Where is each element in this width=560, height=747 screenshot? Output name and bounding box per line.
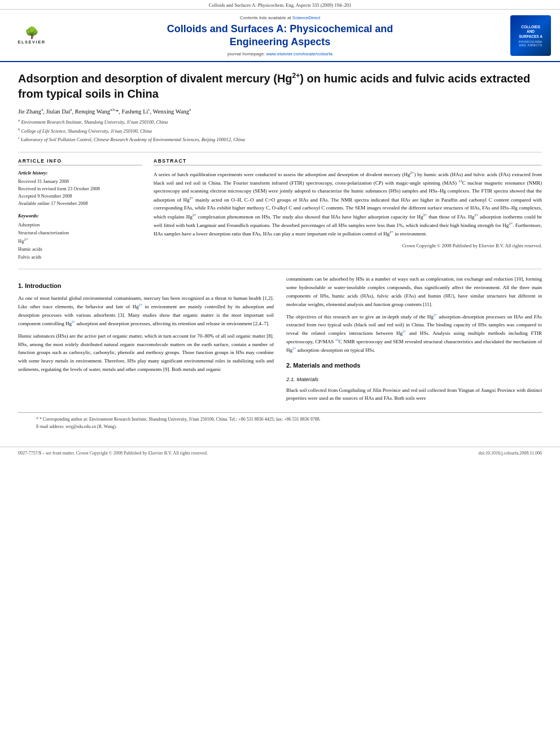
copyright-line: Crown Copyright © 2008 Published by Else…	[154, 243, 542, 248]
received-date: Received 31 January 2008	[18, 178, 142, 185]
keyword-hg: Hg2+	[18, 237, 142, 245]
footnote-area: * * Corresponding author at: Environment…	[18, 412, 542, 431]
journal-title-line1: Colloids and Surfaces A: Physicochemical…	[167, 23, 393, 34]
divider-body	[18, 269, 542, 269]
accepted-date: Accepted 9 November 2008	[18, 193, 142, 200]
abstract-label: ABSTRACT	[154, 158, 542, 165]
contents-available: Contents lists available at ScienceDirec…	[60, 15, 500, 20]
journal-header-center: Contents lists available at ScienceDirec…	[60, 15, 500, 56]
intro-para2: Humic substances (HSs) are the active pa…	[18, 332, 274, 374]
intro-para4: The objectives of this research are to g…	[286, 313, 542, 355]
journal-homepage: journal homepage: www.elsevier.com/locat…	[60, 51, 500, 56]
top-bar: Colloids and Surfaces A: Physicochem. En…	[0, 0, 560, 10]
article-title: Adsorption and desorption of divalent me…	[18, 71, 542, 102]
footnote-corresponding: * * Corresponding author at: Environment…	[36, 416, 524, 423]
article-info-label: ARTICLE INFO	[18, 158, 142, 165]
sciencedirect-link[interactable]: ScienceDirect	[292, 15, 320, 20]
article-history-label: Article history:	[18, 170, 142, 176]
author-affiliations: a Environment Research Institute, Shando…	[18, 117, 542, 143]
section1-heading: 1. Introduction	[18, 281, 274, 291]
journal-title: Colloids and Surfaces A: Physicochemical…	[60, 23, 500, 49]
keyword-structural: Structural characterization	[18, 229, 142, 237]
elsevier-logo: 🌳 ELSEVIER	[12, 28, 51, 43]
article-info-abstract: ARTICLE INFO Article history: Received 3…	[18, 158, 542, 261]
keywords-list: Adsorption Structural characterization H…	[18, 221, 142, 261]
keyword-humic: Humic acids	[18, 245, 142, 253]
received-revised-date: Received in revised form 23 October 2008	[18, 185, 142, 193]
homepage-link[interactable]: www.elsevier.com/locate/colsurfa	[266, 51, 333, 56]
body-text: 1. Introduction As one of most harmful g…	[18, 275, 542, 407]
footer-issn: 0927-7757/$ – see front matter. Crown Co…	[18, 451, 208, 456]
badge-title: COLLOIDSANDSURFACES A	[519, 25, 542, 39]
elsevier-tree-icon: 🌳	[25, 27, 39, 38]
contents-text: Contents lists available at	[240, 15, 291, 20]
journal-header-right: COLLOIDSANDSURFACES A PHYSICOCHEM.ENG. A…	[506, 15, 551, 56]
page: Colloids and Surfaces A: Physicochem. En…	[0, 0, 560, 747]
affiliation-c: Laboratory of Soil Pollution Control, Ch…	[21, 137, 245, 142]
section2-heading: 2. Materials and methods	[286, 360, 542, 370]
journal-header-left: 🌳 ELSEVIER	[9, 28, 54, 43]
footnote-corresponding-text: * Corresponding author at: Environment R…	[40, 417, 321, 422]
abstract-text: A series of batch equilibration experime…	[154, 170, 542, 238]
badge-subtitle: PHYSICOCHEM.ENG. ASPECTS	[519, 40, 542, 47]
footnote-email: E-mail address: wrq@sdu.edu.cn (R. Wang)…	[36, 423, 524, 431]
elsevier-wordmark: ELSEVIER	[18, 40, 45, 45]
email-label: E-mail address:	[36, 424, 64, 429]
page-footer: 0927-7757/$ – see front matter. Crown Co…	[0, 447, 560, 459]
footer-doi: doi:10.1016/j.colsurfa.2008.11.006	[479, 451, 542, 456]
materials-para1: Black soil collected from Gongzhuling of…	[286, 386, 542, 403]
journal-header: 🌳 ELSEVIER Contents lists available at S…	[0, 10, 560, 62]
keyword-fulvic: Fulvic acids	[18, 253, 142, 261]
divider-after-affiliations	[18, 152, 542, 152]
body-col-right: contaminants can be adsorbed by HSs in a…	[286, 275, 542, 407]
journal-title-line2: Engineering Aspects	[230, 36, 330, 47]
email-name: (R. Wang).	[97, 424, 117, 429]
journal-badge: COLLOIDSANDSURFACES A PHYSICOCHEM.ENG. A…	[510, 15, 551, 56]
affiliation-b: College of Life Science, Shandong Univer…	[21, 128, 152, 134]
intro-para1: As one of most harmful global environmen…	[18, 294, 274, 327]
section2-sub: 2.1. Materials	[286, 375, 542, 384]
keywords-label: Keywords:	[18, 213, 142, 219]
email-link[interactable]: wrq@sdu.edu.cn	[65, 424, 96, 429]
authors: Jie Zhanga, Jiulan Daia, Renqing Wanga,b…	[18, 107, 542, 115]
homepage-label: journal homepage:	[228, 51, 265, 56]
available-date: Available online 17 November 2008	[18, 200, 142, 207]
journal-citation: Colloids and Surfaces A: Physicochem. En…	[209, 2, 351, 8]
main-content: Adsorption and desorption of divalent me…	[0, 62, 560, 440]
intro-para3: contaminants can be adsorbed by HSs in a…	[286, 275, 542, 308]
affiliation-a: Environment Research Institute, Shandong…	[21, 119, 168, 125]
keyword-adsorption: Adsorption	[18, 221, 142, 229]
abstract-col: ABSTRACT A series of batch equilibration…	[154, 158, 542, 261]
body-col-left: 1. Introduction As one of most harmful g…	[18, 275, 274, 407]
copyright-text: Crown Copyright © 2008 Published by Else…	[402, 243, 542, 248]
article-info-col: ARTICLE INFO Article history: Received 3…	[18, 158, 142, 261]
